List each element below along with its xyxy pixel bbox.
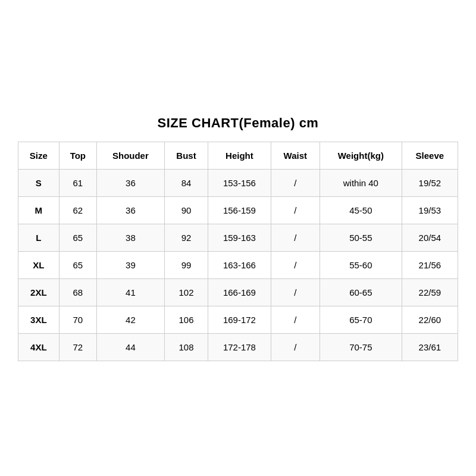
table-cell: 60-65 <box>320 278 402 306</box>
table-cell: / <box>271 224 320 251</box>
table-cell: 108 <box>164 333 208 361</box>
table-cell: 61 <box>59 169 96 196</box>
table-cell: 102 <box>164 278 208 306</box>
table-cell: 166-169 <box>208 278 271 306</box>
table-cell: 50-55 <box>320 224 402 251</box>
table-cell: 70 <box>59 306 96 333</box>
table-row: M623690156-159/45-5019/53 <box>18 196 458 224</box>
table-cell: / <box>271 333 320 361</box>
table-row: L653892159-163/50-5520/54 <box>18 224 458 251</box>
table-cell: 92 <box>164 224 208 251</box>
column-header: Top <box>59 142 96 169</box>
table-cell: 72 <box>59 333 96 361</box>
table-cell: 68 <box>59 278 96 306</box>
size-label: S <box>18 169 60 196</box>
table-cell: 106 <box>164 306 208 333</box>
table-header-row: SizeTopShouderBustHeightWaistWeight(kg)S… <box>18 142 458 169</box>
table-cell: 19/53 <box>402 196 458 224</box>
table-cell: 65 <box>59 251 96 278</box>
table-cell: 36 <box>97 169 165 196</box>
table-cell: 42 <box>97 306 165 333</box>
size-label: 4XL <box>18 333 60 361</box>
table-cell: 55-60 <box>320 251 402 278</box>
table-cell: 45-50 <box>320 196 402 224</box>
table-cell: 19/52 <box>402 169 458 196</box>
table-cell: 163-166 <box>208 251 271 278</box>
table-cell: 65-70 <box>320 306 402 333</box>
size-label: XL <box>18 251 60 278</box>
table-row: 2XL6841102166-169/60-6522/59 <box>18 278 458 306</box>
column-header: Size <box>18 142 60 169</box>
table-row: 4XL7244108172-178/70-7523/61 <box>18 333 458 361</box>
table-cell: 70-75 <box>320 333 402 361</box>
size-label: M <box>18 196 60 224</box>
table-cell: 65 <box>59 224 96 251</box>
table-row: 3XL7042106169-172/65-7022/60 <box>18 306 458 333</box>
table-cell: 38 <box>97 224 165 251</box>
size-table: SizeTopShouderBustHeightWaistWeight(kg)S… <box>18 142 458 361</box>
table-cell: 41 <box>97 278 165 306</box>
table-cell: 156-159 <box>208 196 271 224</box>
table-row: XL653999163-166/55-6021/56 <box>18 251 458 278</box>
size-label: 3XL <box>18 306 60 333</box>
table-cell: 36 <box>97 196 165 224</box>
table-cell: 84 <box>164 169 208 196</box>
table-cell: / <box>271 169 320 196</box>
column-header: Shouder <box>97 142 165 169</box>
table-cell: / <box>271 278 320 306</box>
table-cell: 172-178 <box>208 333 271 361</box>
page-container: SIZE CHART(Female) cm SizeTopShouderBust… <box>6 104 470 373</box>
table-cell: 99 <box>164 251 208 278</box>
table-row: S613684153-156/within 4019/52 <box>18 169 458 196</box>
table-cell: 20/54 <box>402 224 458 251</box>
table-cell: 159-163 <box>208 224 271 251</box>
column-header: Height <box>208 142 271 169</box>
table-cell: 21/56 <box>402 251 458 278</box>
table-cell: 23/61 <box>402 333 458 361</box>
table-cell: 22/59 <box>402 278 458 306</box>
column-header: Bust <box>164 142 208 169</box>
table-cell: within 40 <box>320 169 402 196</box>
chart-title: SIZE CHART(Female) cm <box>18 115 458 131</box>
table-cell: 62 <box>59 196 96 224</box>
size-label: 2XL <box>18 278 60 306</box>
table-cell: 153-156 <box>208 169 271 196</box>
table-cell: 22/60 <box>402 306 458 333</box>
table-cell: / <box>271 196 320 224</box>
table-cell: 39 <box>97 251 165 278</box>
table-cell: 44 <box>97 333 165 361</box>
table-cell: / <box>271 306 320 333</box>
table-body: S613684153-156/within 4019/52M623690156-… <box>18 169 458 361</box>
table-cell: / <box>271 251 320 278</box>
size-label: L <box>18 224 60 251</box>
column-header: Sleeve <box>402 142 458 169</box>
column-header: Waist <box>271 142 320 169</box>
column-header: Weight(kg) <box>320 142 402 169</box>
table-cell: 169-172 <box>208 306 271 333</box>
table-cell: 90 <box>164 196 208 224</box>
